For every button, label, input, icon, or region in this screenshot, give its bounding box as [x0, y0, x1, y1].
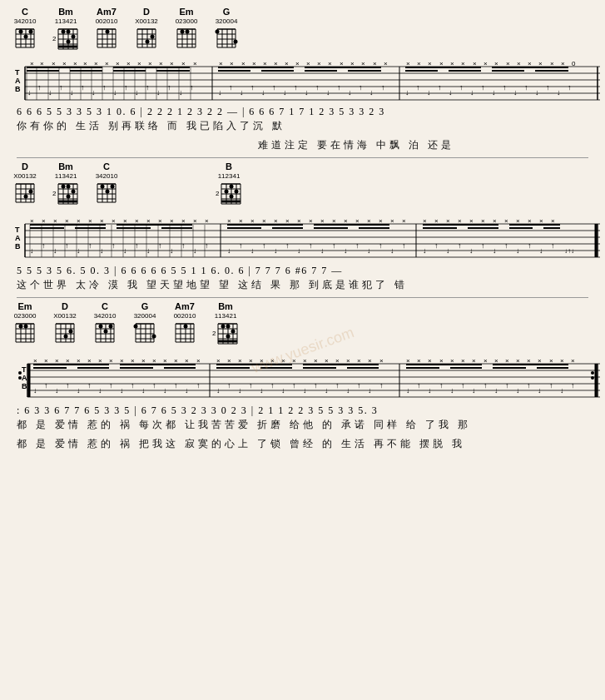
svg-text:↑: ↑	[158, 241, 162, 250]
svg-text:↑: ↑	[135, 241, 139, 250]
svg-text:↓: ↓	[55, 386, 59, 395]
chord-grid-am7-3	[172, 320, 197, 345]
svg-text:↑: ↑	[131, 381, 135, 390]
svg-text:×: ×	[152, 357, 156, 365]
svg-text:↑: ↑	[335, 381, 340, 390]
svg-text:×: ×	[146, 217, 151, 225]
svg-text:↓: ↓	[77, 386, 81, 395]
lyric-3b: 都 是 爱情 惹的 祸 把我这 寂寞的心上 了锁 曾经 的 生活 再不能 摆脱 …	[17, 437, 597, 451]
svg-text:×: ×	[196, 357, 201, 365]
svg-point-230	[24, 195, 28, 199]
svg-text:↓: ↓	[450, 386, 454, 395]
svg-text:↑: ↑	[568, 83, 572, 92]
svg-text:↑: ↑	[481, 83, 485, 92]
svg-text:B: B	[22, 382, 27, 390]
svg-text:×: ×	[527, 357, 531, 365]
svg-text:↓: ↓	[406, 386, 410, 395]
svg-text:×: ×	[94, 60, 98, 67]
svg-text:×: ×	[417, 357, 421, 365]
chord-row-1: C 342010	[8, 7, 597, 54]
chord-bm2: Bm 113421 2	[52, 161, 79, 209]
svg-text:A: A	[22, 374, 27, 382]
svg-text:×: ×	[205, 217, 209, 225]
svg-text:↓: ↓	[113, 88, 117, 97]
svg-text:↓: ↓	[240, 88, 244, 97]
svg-point-242	[62, 185, 66, 189]
svg-text:↑: ↑	[434, 241, 439, 250]
tab-svg-2: T A B × × × × × ×	[15, 211, 602, 261]
svg-text:×: ×	[493, 217, 497, 225]
svg-text:↑: ↑	[59, 83, 63, 92]
svg-text:×: ×	[73, 60, 77, 67]
svg-text:↑: ↑	[503, 83, 507, 92]
svg-text:×: ×	[344, 217, 348, 225]
svg-text:↓: ↓	[405, 88, 409, 97]
svg-text:↓: ↓	[297, 246, 301, 255]
svg-text:×: ×	[55, 357, 59, 365]
svg-text:↑: ↑	[249, 381, 253, 390]
svg-point-461	[152, 335, 156, 339]
svg-text:↑: ↑	[88, 241, 92, 250]
svg-text:×: ×	[281, 357, 285, 365]
svg-text:↑: ↑	[227, 381, 231, 390]
svg-text:×: ×	[379, 217, 383, 225]
svg-text:T: T	[22, 365, 27, 374]
svg-text:↓: ↓	[218, 88, 222, 97]
chord-row-3: Em 023000 D	[8, 301, 597, 349]
svg-point-243	[67, 185, 71, 189]
svg-text:×: ×	[263, 60, 267, 67]
svg-text:↑: ↑	[270, 381, 275, 390]
svg-text:×: ×	[120, 357, 124, 365]
svg-text:×: ×	[52, 60, 56, 67]
svg-text:↑: ↑	[359, 83, 363, 92]
svg-point-259	[106, 190, 110, 194]
svg-text:↑: ↑	[402, 241, 406, 250]
svg-text:↓: ↓	[368, 386, 372, 395]
svg-text:×: ×	[174, 357, 178, 365]
svg-text:↑: ↑	[528, 241, 532, 250]
svg-text:×: ×	[516, 357, 520, 365]
svg-text:↓: ↓	[513, 88, 518, 97]
chord-grid-g3	[132, 320, 157, 345]
svg-text:↑: ↑	[124, 83, 128, 92]
svg-point-63	[186, 30, 190, 34]
svg-text:↑: ↑	[381, 83, 385, 92]
svg-text:↓: ↓	[367, 246, 371, 255]
svg-text:×: ×	[450, 60, 454, 67]
svg-text:2: 2	[212, 330, 216, 337]
svg-text:↓: ↓	[185, 386, 189, 395]
svg-text:↓: ↓	[535, 88, 539, 97]
svg-text:↓: ↓	[27, 88, 32, 97]
svg-text:↓: ↓	[48, 88, 52, 97]
svg-text:×: ×	[181, 60, 186, 67]
svg-text:↓: ↓	[539, 246, 543, 255]
svg-text:↓: ↓	[325, 386, 329, 395]
svg-point-24	[62, 30, 66, 34]
svg-text:×: ×	[227, 217, 231, 225]
svg-text:↑: ↑	[44, 381, 48, 390]
svg-text:↓: ↓	[492, 88, 496, 97]
svg-text:×: ×	[461, 357, 465, 365]
svg-text:×: ×	[181, 217, 186, 225]
svg-text:×: ×	[309, 217, 313, 225]
svg-text:↓: ↓	[344, 246, 348, 255]
svg-text:×: ×	[439, 357, 444, 365]
chord-g: G 320004	[214, 7, 239, 51]
lyric-1a: 你有你的 生活 别再联络 而 我已陷入了沉 默	[17, 119, 597, 133]
svg-point-460	[134, 325, 138, 329]
svg-text:↓: ↓	[283, 88, 287, 97]
svg-text:×: ×	[141, 357, 146, 365]
svg-text:×: ×	[539, 217, 543, 225]
chord-c2: C 342010	[94, 161, 119, 206]
svg-text:↓: ↓	[560, 386, 564, 395]
svg-text:B: B	[15, 242, 21, 251]
svg-text:↓: ↓	[227, 246, 231, 255]
svg-text:×: ×	[484, 60, 488, 67]
svg-text:↑: ↑	[66, 381, 70, 390]
svg-text:↑: ↑	[205, 241, 209, 250]
svg-text:↑: ↑	[109, 381, 113, 390]
chord-em3: Em 023000	[12, 301, 37, 345]
svg-text:×: ×	[87, 357, 92, 365]
svg-text:×: ×	[112, 217, 116, 225]
chord-grid-c2	[94, 181, 119, 206]
